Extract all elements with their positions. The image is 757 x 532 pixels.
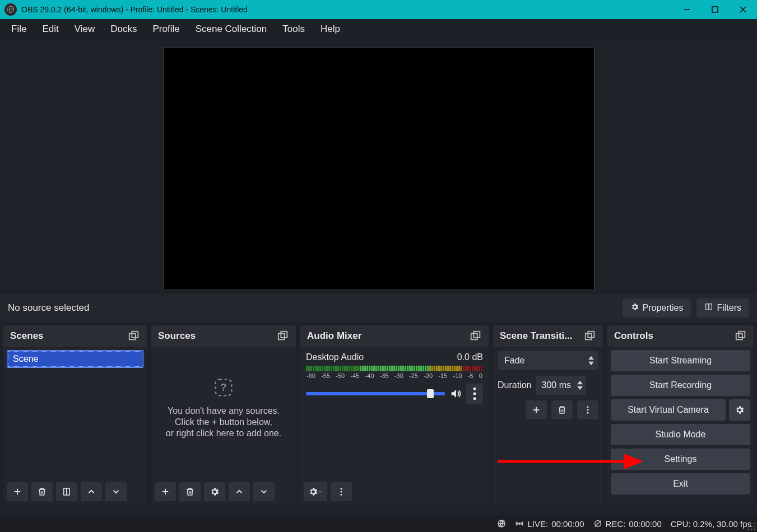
transitions-body: Fade Duration 300 ms [493, 347, 603, 419]
filters-button[interactable]: Filters [696, 298, 749, 318]
start-recording-label: Start Recording [649, 380, 712, 390]
scene-move-up-button[interactable] [81, 482, 102, 501]
svg-point-25 [341, 488, 342, 489]
audio-body: Desktop Audio 0.0 dB -60 -55 -50 [300, 347, 489, 479]
popout-icon[interactable] [470, 330, 482, 342]
svg-point-22 [473, 388, 476, 390]
tick: -30 [394, 372, 403, 379]
duration-input[interactable]: 300 ms [536, 376, 586, 395]
add-source-button[interactable] [155, 482, 176, 501]
dock-scenes: Scenes Scene [3, 325, 147, 505]
status-live-time: 00:00:00 [551, 519, 584, 529]
svg-point-47 [751, 526, 753, 528]
spinner-arrows-icon[interactable] [577, 380, 583, 390]
status-rec-label: REC: [606, 519, 626, 529]
source-info-bar: No source selected Properties Filters [0, 294, 757, 322]
advanced-audio-button[interactable] [304, 482, 327, 501]
window-title: OBS 29.0.2 (64-bit, windows) - Profile: … [21, 5, 248, 14]
menu-docks[interactable]: Docks [103, 20, 145, 38]
start-virtual-camera-button[interactable]: Start Virtual Camera [611, 399, 726, 421]
status-cpu: CPU: 0.2%, 30.00 fps [671, 519, 751, 529]
source-properties-button[interactable] [204, 482, 225, 501]
dock-transitions-header[interactable]: Scene Transiti... [493, 325, 603, 347]
status-network [497, 519, 506, 528]
add-transition-button[interactable] [526, 400, 547, 419]
speaker-icon[interactable] [449, 388, 462, 400]
svg-point-36 [587, 406, 589, 408]
virtual-camera-settings-button[interactable] [729, 399, 750, 421]
menu-file[interactable]: File [3, 20, 34, 38]
dock-scenes-title: Scenes [10, 330, 44, 342]
scene-item[interactable]: Scene [7, 350, 143, 368]
volume-slider-thumb[interactable] [427, 389, 434, 398]
audio-track-menu-button[interactable] [466, 384, 483, 404]
properties-button[interactable]: Properties [623, 298, 691, 318]
sources-list[interactable]: ? You don't have any sources. Click the … [151, 347, 296, 479]
add-scene-button[interactable] [7, 482, 28, 501]
studio-mode-button[interactable]: Studio Mode [611, 424, 750, 445]
exit-button[interactable]: Exit [611, 473, 750, 494]
status-rec: REC: 00:00:00 [593, 519, 662, 529]
transition-menu-button[interactable] [577, 400, 598, 419]
popout-icon[interactable] [277, 330, 289, 342]
audio-menu-button[interactable] [331, 482, 352, 501]
svg-point-46 [754, 522, 755, 524]
volume-slider[interactable] [306, 392, 445, 395]
tick: -40 [365, 372, 374, 379]
delete-source-button[interactable] [179, 482, 201, 501]
dock-audio-header[interactable]: Audio Mixer [300, 325, 489, 347]
svg-text:?: ? [221, 382, 227, 393]
sources-empty-line3: or right click here to add one. [166, 428, 281, 438]
obs-app-icon [4, 3, 17, 16]
delete-transition-button[interactable] [551, 400, 573, 419]
svg-marker-30 [588, 356, 594, 360]
source-move-up-button[interactable] [229, 482, 250, 501]
menu-profile[interactable]: Profile [145, 20, 187, 38]
menu-view[interactable]: View [67, 20, 103, 38]
svg-rect-6 [706, 304, 709, 310]
tick: -60 [306, 372, 315, 379]
popout-icon[interactable] [584, 330, 596, 342]
filters-label: Filters [717, 303, 741, 313]
svg-rect-21 [473, 332, 480, 338]
menu-scene-collection[interactable]: Scene Collection [188, 20, 275, 38]
transition-select[interactable]: Fade [498, 351, 598, 370]
menu-tools[interactable]: Tools [275, 20, 313, 38]
delete-scene-button[interactable] [31, 482, 53, 501]
close-button[interactable] [729, 0, 757, 19]
tick: -20 [424, 372, 433, 379]
source-move-down-button[interactable] [253, 482, 275, 501]
svg-point-50 [751, 529, 753, 530]
preview-canvas[interactable] [163, 47, 595, 290]
dock-audio-title: Audio Mixer [307, 330, 361, 342]
maximize-button[interactable] [701, 0, 729, 19]
scenes-list[interactable]: Scene [3, 347, 147, 479]
svg-point-43 [519, 523, 521, 525]
controls-body: Start Streaming Start Recording Start Vi… [607, 347, 754, 498]
tick: -50 [336, 372, 345, 379]
tick: 0 [479, 372, 482, 379]
start-streaming-button[interactable]: Start Streaming [611, 350, 750, 371]
scene-move-down-button[interactable] [105, 482, 127, 501]
dock-sources-header[interactable]: Sources [151, 325, 296, 347]
minimize-button[interactable] [673, 0, 701, 19]
sources-toolbar [151, 479, 296, 505]
settings-button[interactable]: Settings [611, 449, 750, 470]
svg-rect-13 [67, 488, 69, 495]
popout-icon[interactable] [128, 330, 140, 342]
menubar: File Edit View Docks Profile Scene Colle… [0, 19, 757, 39]
audio-track-name: Desktop Audio [306, 352, 364, 362]
menu-edit[interactable]: Edit [34, 20, 66, 38]
svg-point-24 [473, 397, 476, 400]
scene-filters-button[interactable] [56, 482, 77, 501]
start-recording-button[interactable]: Start Recording [611, 375, 750, 396]
menu-help[interactable]: Help [313, 20, 348, 38]
dock-controls-header[interactable]: Controls [607, 325, 754, 347]
dock-scenes-header[interactable]: Scenes [3, 325, 147, 347]
resize-grip-icon[interactable] [747, 522, 756, 531]
dock-sources-title: Sources [158, 330, 196, 342]
settings-label: Settings [665, 454, 697, 464]
filters-icon [704, 302, 713, 314]
popout-icon[interactable] [735, 330, 747, 342]
svg-rect-7 [709, 304, 712, 310]
